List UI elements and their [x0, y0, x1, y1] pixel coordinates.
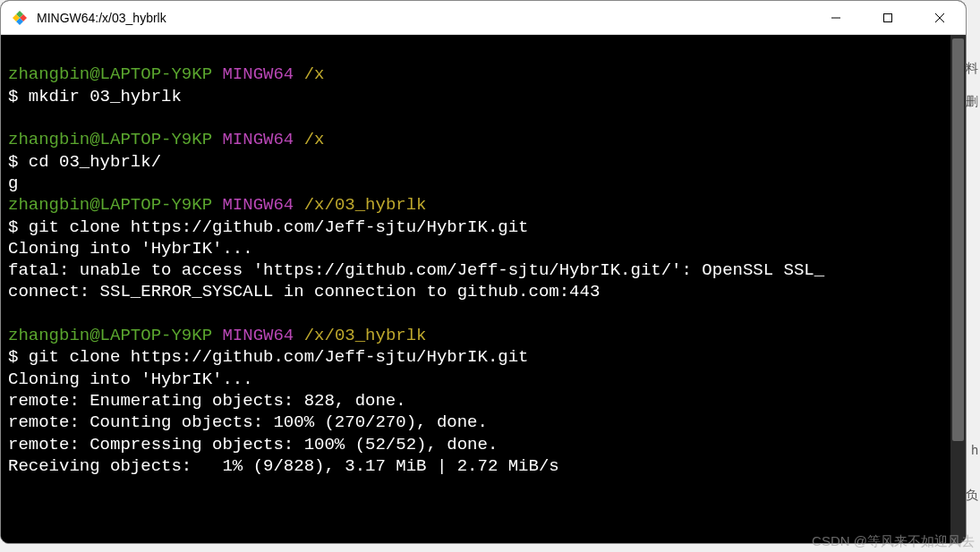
output-line: remote: Counting objects: 100% (270/270)… [8, 412, 959, 433]
side-hint: 删 [966, 94, 978, 110]
output-line: remote: Compressing objects: 100% (52/52… [8, 434, 959, 455]
command-line: $ git clone https://github.com/Jeff-sjtu… [8, 217, 959, 238]
window-title: MINGW64:/x/03_hybrlk [37, 11, 810, 25]
output-line: g [8, 173, 959, 194]
window-controls [810, 1, 966, 34]
scrollbar-thumb[interactable] [952, 38, 964, 441]
side-hint: h [971, 443, 978, 457]
prompt-line: zhangbin@LAPTOP-Y9KP MINGW64 /x [8, 64, 959, 85]
command-line: $ mkdir 03_hybrlk [8, 86, 959, 107]
output-line: Cloning into 'HybrIK'... [8, 238, 959, 259]
side-hint: 负 [966, 488, 978, 504]
side-hint: 料 [966, 61, 978, 77]
output-line: fatal: unable to access 'https://github.… [8, 259, 959, 281]
scrollbar[interactable] [950, 35, 966, 543]
output-line: connect: SSL_ERROR_SYSCALL in connection… [8, 281, 959, 302]
app-icon [12, 10, 28, 26]
watermark: CSDN @等风来不如迎风去 [812, 533, 975, 550]
terminal-body[interactable]: zhangbin@LAPTOP-Y9KP MINGW64 /x $ mkdir … [1, 35, 966, 543]
prompt-line: zhangbin@LAPTOP-Y9KP MINGW64 /x [8, 129, 959, 150]
command-line: $ cd 03_hybrlk/ [8, 151, 959, 173]
output-line: Receiving objects: 1% (9/828), 3.17 MiB … [8, 455, 959, 477]
blank-line [8, 42, 959, 64]
output-line: remote: Enumerating objects: 828, done. [8, 390, 959, 412]
blank-line [8, 107, 959, 129]
close-button[interactable] [914, 1, 966, 34]
prompt-line: zhangbin@LAPTOP-Y9KP MINGW64 /x/03_hybrl… [8, 325, 959, 346]
blank-line [8, 303, 959, 325]
maximize-button[interactable] [862, 1, 914, 34]
prompt-line: zhangbin@LAPTOP-Y9KP MINGW64 /x/03_hybrl… [8, 194, 959, 216]
output-line: Cloning into 'HybrIK'... [8, 369, 959, 390]
svg-rect-5 [884, 13, 892, 21]
minimize-button[interactable] [810, 1, 862, 34]
terminal-window: MINGW64:/x/03_hybrlk zhangbin@LAPTOP-Y9K… [0, 0, 967, 544]
command-line: $ git clone https://github.com/Jeff-sjtu… [8, 346, 959, 368]
titlebar[interactable]: MINGW64:/x/03_hybrlk [1, 1, 966, 35]
